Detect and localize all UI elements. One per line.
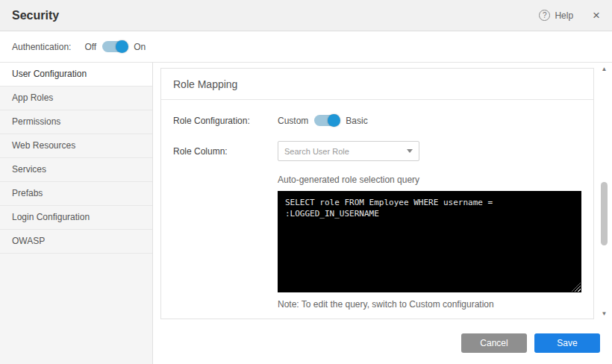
query-code-box: SELECT role FROM Employee WHERE username…: [278, 191, 581, 292]
scroll-down-icon[interactable]: ▼: [602, 310, 608, 318]
dialog-header: Security ? Help ×: [0, 0, 612, 31]
sidebar-item-services[interactable]: Services: [0, 158, 152, 182]
role-configuration-toggle[interactable]: [314, 115, 340, 126]
close-icon[interactable]: ×: [593, 9, 600, 22]
role-configuration-row: Role Configuration: Custom Basic: [173, 115, 581, 126]
section-title: Role Mapping: [161, 69, 593, 100]
security-dialog: Security ? Help × Authentication: Off On…: [0, 0, 612, 364]
role-column-label: Role Column:: [173, 146, 278, 157]
cancel-button[interactable]: Cancel: [461, 333, 527, 353]
scrollbar-track[interactable]: [599, 73, 609, 310]
authentication-toggle[interactable]: [102, 41, 128, 52]
role-column-row: Role Column: Search User Role: [173, 141, 581, 161]
sidebar-item-login-configuration[interactable]: Login Configuration: [0, 206, 152, 230]
help-label: Help: [555, 10, 573, 21]
footer-actions: Cancel Save: [461, 333, 600, 353]
main-content: Role Mapping Role Configuration: Custom …: [153, 63, 612, 364]
sidebar-item-app-roles[interactable]: App Roles: [0, 87, 152, 110]
sidebar: User Configuration App Roles Permissions…: [0, 63, 153, 364]
sidebar-item-user-configuration[interactable]: User Configuration: [0, 63, 152, 87]
authentication-label: Authentication:: [12, 42, 71, 52]
resize-handle[interactable]: [572, 283, 581, 292]
query-caption: Auto-generated role selection query: [278, 175, 581, 185]
query-section: Auto-generated role selection query SELE…: [278, 175, 581, 310]
sidebar-item-web-resources[interactable]: Web Resources: [0, 134, 152, 158]
role-column-control: Search User Role: [278, 141, 419, 161]
chevron-down-icon: [407, 149, 413, 153]
toggle-knob: [328, 114, 340, 127]
role-configuration-label: Role Configuration:: [173, 116, 278, 126]
query-text: SELECT role FROM Employee WHERE username…: [285, 198, 493, 219]
scroll-up-icon[interactable]: ▲: [602, 66, 608, 73]
sidebar-item-prefabs[interactable]: Prefabs: [0, 182, 152, 206]
query-note: Note: To edit the query, switch to Custo…: [278, 299, 581, 310]
role-configuration-basic-label: Basic: [346, 116, 367, 126]
authentication-on-label: On: [134, 42, 146, 52]
role-mapping-panel: Role Mapping Role Configuration: Custom …: [160, 68, 594, 319]
page-title: Security: [12, 9, 59, 22]
role-configuration-custom-label: Custom: [278, 116, 308, 126]
scrollbar-thumb[interactable]: [601, 182, 608, 245]
role-column-dropdown[interactable]: Search User Role: [278, 141, 419, 161]
save-button[interactable]: Save: [534, 333, 600, 353]
dialog-body: User Configuration App Roles Permissions…: [0, 63, 612, 364]
role-configuration-control: Custom Basic: [278, 115, 368, 126]
sidebar-item-owasp[interactable]: OWASP: [0, 230, 152, 254]
authentication-off-label: Off: [84, 42, 96, 52]
vertical-scrollbar[interactable]: ▲ ▼: [599, 66, 609, 318]
toggle-knob: [116, 40, 128, 53]
authentication-row: Authentication: Off On: [0, 31, 612, 63]
help-button[interactable]: ? Help: [539, 10, 573, 21]
role-column-dropdown-value: Search User Role: [284, 147, 402, 156]
sidebar-item-permissions[interactable]: Permissions: [0, 110, 152, 134]
help-icon: ?: [539, 10, 550, 21]
